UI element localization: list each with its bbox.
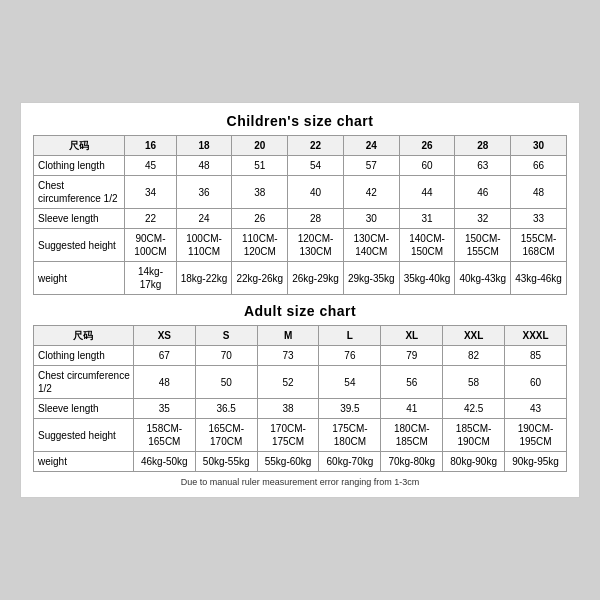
cell-value: 48: [133, 366, 195, 399]
children-table: 尺码1618202224262830 Clothing length454851…: [33, 135, 567, 295]
cell-value: 180CM-185CM: [381, 419, 443, 452]
cell-value: 38: [257, 399, 319, 419]
cell-value: 30: [343, 209, 399, 229]
row-label: Suggested height: [34, 229, 125, 262]
cell-value: 56: [381, 366, 443, 399]
table-row: Chest circumference 1/23436384042444648: [34, 176, 567, 209]
cell-value: 39.5: [319, 399, 381, 419]
cell-value: 66: [511, 156, 567, 176]
table-row: Chest circumference 1/248505254565860: [34, 366, 567, 399]
cell-value: 40: [288, 176, 344, 209]
cell-value: 26: [232, 209, 288, 229]
cell-value: 48: [511, 176, 567, 209]
cell-value: 35kg-40kg: [399, 262, 455, 295]
cell-value: 85: [505, 346, 567, 366]
column-header: 24: [343, 136, 399, 156]
cell-value: 26kg-29kg: [288, 262, 344, 295]
cell-value: 82: [443, 346, 505, 366]
children-header-row: 尺码1618202224262830: [34, 136, 567, 156]
column-header: 尺码: [34, 136, 125, 156]
cell-value: 50: [195, 366, 257, 399]
column-header: XXXL: [505, 326, 567, 346]
table-row: Suggested height158CM-165CM165CM-170CM17…: [34, 419, 567, 452]
row-label: weight: [34, 262, 125, 295]
cell-value: 63: [455, 156, 511, 176]
cell-value: 60: [399, 156, 455, 176]
cell-value: 80kg-90kg: [443, 452, 505, 472]
cell-value: 67: [133, 346, 195, 366]
cell-value: 100CM-110CM: [176, 229, 232, 262]
column-header: L: [319, 326, 381, 346]
cell-value: 41: [381, 399, 443, 419]
cell-value: 165CM-170CM: [195, 419, 257, 452]
table-row: Sleeve length3536.53839.54142.543: [34, 399, 567, 419]
cell-value: 110CM-120CM: [232, 229, 288, 262]
column-header: S: [195, 326, 257, 346]
cell-value: 175CM-180CM: [319, 419, 381, 452]
cell-value: 14kg-17kg: [125, 262, 176, 295]
cell-value: 90kg-95kg: [505, 452, 567, 472]
column-header: XL: [381, 326, 443, 346]
cell-value: 48: [176, 156, 232, 176]
cell-value: 50kg-55kg: [195, 452, 257, 472]
size-chart-container: Children's size chart 尺码1618202224262830…: [20, 102, 580, 498]
cell-value: 36: [176, 176, 232, 209]
table-row: Clothing length67707376798285: [34, 346, 567, 366]
cell-value: 18kg-22kg: [176, 262, 232, 295]
cell-value: 29kg-35kg: [343, 262, 399, 295]
row-label: Chest circumference 1/2: [34, 176, 125, 209]
footnote: Due to manual ruler measurement error ra…: [33, 477, 567, 487]
cell-value: 55kg-60kg: [257, 452, 319, 472]
cell-value: 57: [343, 156, 399, 176]
cell-value: 76: [319, 346, 381, 366]
cell-value: 51: [232, 156, 288, 176]
cell-value: 46kg-50kg: [133, 452, 195, 472]
cell-value: 42.5: [443, 399, 505, 419]
adult-header-row: 尺码XSSMLXLXXLXXXL: [34, 326, 567, 346]
cell-value: 40kg-43kg: [455, 262, 511, 295]
table-row: Suggested height90CM-100CM100CM-110CM110…: [34, 229, 567, 262]
cell-value: 52: [257, 366, 319, 399]
cell-value: 28: [288, 209, 344, 229]
column-header: M: [257, 326, 319, 346]
adult-table: 尺码XSSMLXLXXLXXXL Clothing length67707376…: [33, 325, 567, 472]
cell-value: 31: [399, 209, 455, 229]
cell-value: 54: [319, 366, 381, 399]
column-header: 22: [288, 136, 344, 156]
column-header: 18: [176, 136, 232, 156]
cell-value: 120CM-130CM: [288, 229, 344, 262]
adult-chart-title: Adult size chart: [33, 303, 567, 319]
cell-value: 35: [133, 399, 195, 419]
cell-value: 185CM-190CM: [443, 419, 505, 452]
cell-value: 73: [257, 346, 319, 366]
column-header: 尺码: [34, 326, 134, 346]
cell-value: 140CM-150CM: [399, 229, 455, 262]
table-row: Clothing length4548515457606366: [34, 156, 567, 176]
row-label: Sleeve length: [34, 209, 125, 229]
cell-value: 22: [125, 209, 176, 229]
column-header: 30: [511, 136, 567, 156]
table-row: weight46kg-50kg50kg-55kg55kg-60kg60kg-70…: [34, 452, 567, 472]
cell-value: 54: [288, 156, 344, 176]
cell-value: 43kg-46kg: [511, 262, 567, 295]
cell-value: 170CM-175CM: [257, 419, 319, 452]
column-header: 28: [455, 136, 511, 156]
cell-value: 33: [511, 209, 567, 229]
row-label: Clothing length: [34, 156, 125, 176]
cell-value: 130CM-140CM: [343, 229, 399, 262]
children-chart-title: Children's size chart: [33, 113, 567, 129]
cell-value: 34: [125, 176, 176, 209]
cell-value: 90CM-100CM: [125, 229, 176, 262]
row-label: Chest circumference 1/2: [34, 366, 134, 399]
cell-value: 79: [381, 346, 443, 366]
cell-value: 24: [176, 209, 232, 229]
cell-value: 36.5: [195, 399, 257, 419]
column-header: 16: [125, 136, 176, 156]
cell-value: 46: [455, 176, 511, 209]
cell-value: 60kg-70kg: [319, 452, 381, 472]
row-label: Sleeve length: [34, 399, 134, 419]
column-header: XS: [133, 326, 195, 346]
cell-value: 190CM-195CM: [505, 419, 567, 452]
cell-value: 38: [232, 176, 288, 209]
cell-value: 22kg-26kg: [232, 262, 288, 295]
